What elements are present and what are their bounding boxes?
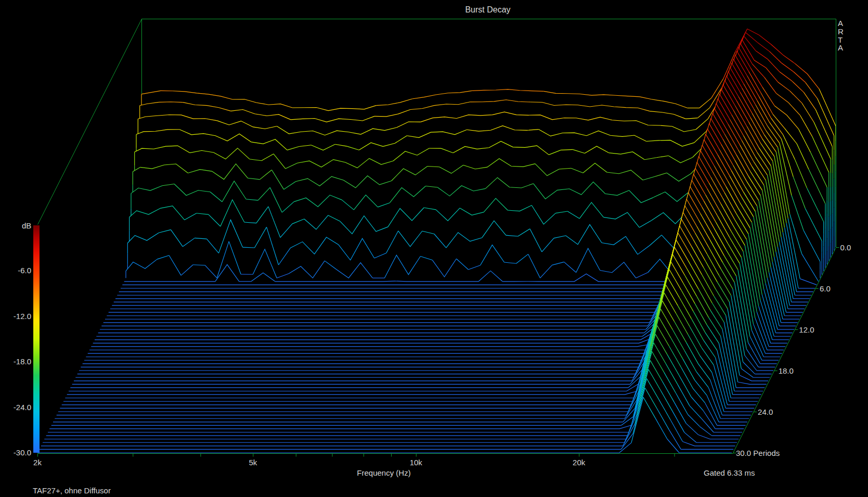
svg-text:20k: 20k [573,458,586,467]
svg-text:30.0 Periods: 30.0 Periods [736,449,780,457]
svg-text:24.0: 24.0 [758,407,773,416]
svg-text:Gated 6.33 ms: Gated 6.33 ms [704,468,755,477]
svg-text:0.0: 0.0 [840,243,851,252]
svg-text:12.0: 12.0 [799,325,814,334]
svg-text:5k: 5k [249,458,257,467]
svg-text:18.0: 18.0 [779,366,794,375]
svg-text:-6.0: -6.0 [18,266,31,275]
svg-text:-12.0: -12.0 [14,312,31,321]
svg-text:2k: 2k [33,458,42,467]
svg-text:Frequency (Hz): Frequency (Hz) [357,468,410,477]
svg-text:6.0: 6.0 [820,284,831,293]
svg-text:A: A [838,43,843,52]
svg-text:T: T [838,35,843,44]
svg-text:R: R [838,27,844,36]
svg-text:Burst Decay: Burst Decay [465,5,510,14]
svg-text:TAF27+, ohne Diffusor: TAF27+, ohne Diffusor [33,486,111,495]
svg-text:-30.0: -30.0 [14,448,31,457]
svg-text:dB: dB [22,221,31,230]
svg-text:-18.0: -18.0 [14,357,31,366]
svg-text:A: A [838,19,843,28]
svg-text:-24.0: -24.0 [14,403,31,412]
svg-text:10k: 10k [410,458,423,467]
